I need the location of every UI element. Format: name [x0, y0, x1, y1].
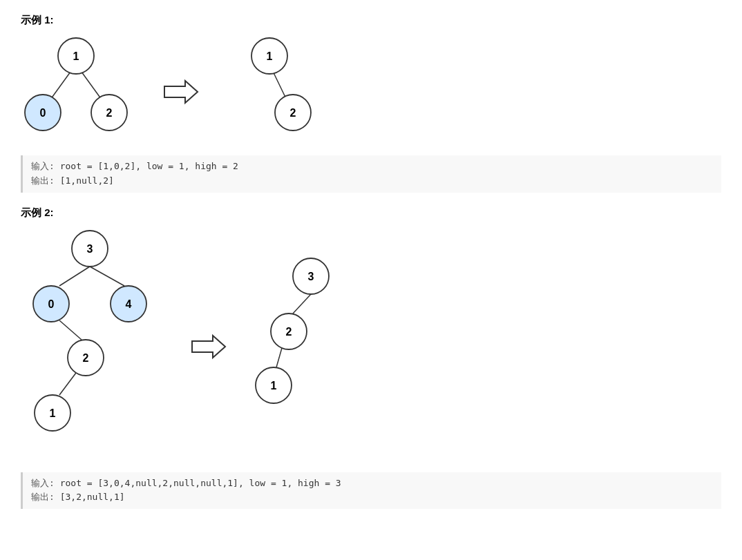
svg-line-34: [276, 348, 282, 367]
svg-text:3: 3: [87, 242, 93, 254]
example1-code: 输入: root = [1,0,2], low = 1, high = 2 输出…: [21, 155, 721, 193]
svg-text:0: 0: [48, 298, 55, 309]
example2-output-value: [3,2,null,1]: [60, 492, 125, 502]
example2-arrow: [187, 333, 228, 360]
example2-output-line: 输出: [3,2,null,1]: [31, 490, 713, 505]
example1-arrow: [159, 78, 200, 106]
svg-line-22: [59, 320, 82, 340]
example2-input-line: 输入: root = [3,0,4,null,2,null,null,1], l…: [31, 476, 713, 491]
svg-line-25: [59, 373, 76, 395]
svg-text:2: 2: [286, 325, 292, 337]
example2-code: 输入: root = [3,0,4,null,2,null,null,1], l…: [21, 472, 721, 510]
svg-text:1: 1: [267, 50, 273, 62]
example2-before-svg: 3 0 4 2 1: [21, 228, 159, 463]
example1-before-tree: 1 0 2: [21, 35, 131, 148]
example1-after-tree: 1 2: [228, 35, 311, 148]
example2-block: 示例 2: 3 0 4 2: [21, 206, 721, 510]
example2-output-label: 输出:: [31, 492, 60, 502]
svg-marker-28: [192, 336, 225, 358]
example1-output-line: 输出: [1,null,2]: [31, 174, 713, 189]
svg-text:1: 1: [271, 379, 277, 391]
example1-block: 示例 1: 1 0 2: [21, 14, 721, 193]
example2-after-tree: 3 2 1: [256, 255, 366, 438]
example1-input-line: 输入: root = [1,0,2], low = 1, high = 2: [31, 160, 713, 174]
example2-arrow-svg: [187, 333, 228, 360]
svg-line-15: [90, 267, 124, 286]
example1-output-value: [1,null,2]: [60, 175, 114, 186]
example2-input-label: 输入:: [31, 478, 60, 488]
svg-text:4: 4: [126, 298, 132, 309]
example2-input-value: root = [3,0,4,null,2,null,null,1], low =…: [60, 478, 341, 488]
svg-text:2: 2: [106, 107, 113, 119]
example1-tree-row: 1 0 2 1 2: [21, 35, 721, 148]
svg-marker-8: [164, 81, 198, 103]
example1-input-value: root = [1,0,2], low = 1, high = 2: [60, 161, 238, 171]
example2-title: 示例 2:: [21, 206, 721, 220]
example1-input-label: 输入:: [31, 161, 60, 171]
example2-before-tree: 3 0 4 2 1: [21, 228, 159, 465]
svg-text:3: 3: [308, 270, 314, 282]
example2-tree-row: 3 0 4 2 1: [21, 228, 721, 465]
svg-text:2: 2: [83, 351, 89, 363]
example1-before-svg: 1 0 2: [21, 35, 131, 146]
example2-after-svg: 3 2 1: [256, 255, 366, 435]
example1-arrow-svg: [159, 78, 200, 106]
example1-after-svg: 1 2: [228, 35, 311, 146]
svg-text:1: 1: [50, 407, 56, 418]
svg-text:1: 1: [73, 50, 79, 62]
svg-line-29: [293, 294, 311, 313]
svg-text:2: 2: [290, 107, 296, 119]
example1-output-label: 输出:: [31, 175, 60, 186]
svg-line-14: [59, 267, 90, 286]
example1-title: 示例 1:: [21, 14, 721, 27]
svg-text:0: 0: [40, 107, 46, 119]
